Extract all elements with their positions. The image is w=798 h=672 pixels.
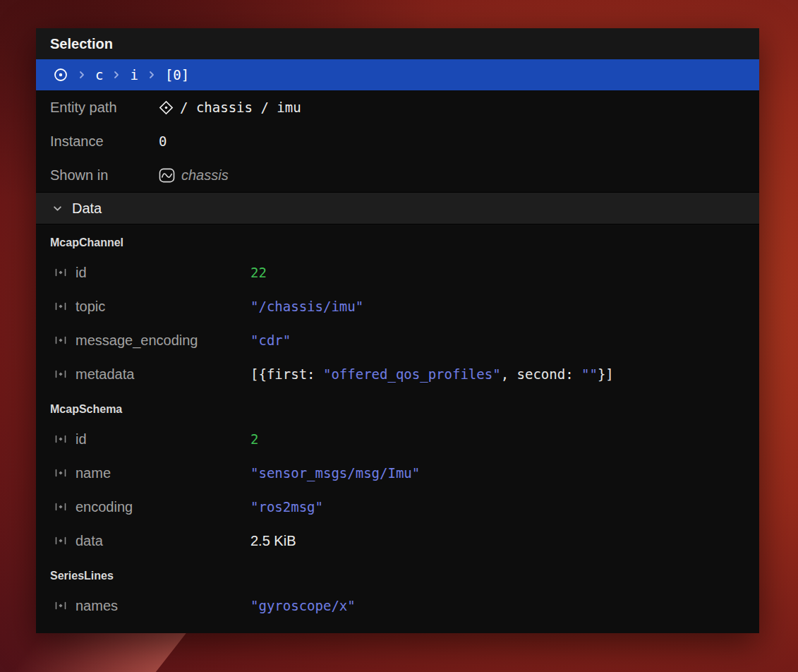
plot-icon xyxy=(159,168,175,183)
component-label: name xyxy=(75,465,250,481)
data-row-topic[interactable]: topic "/chassis/imu" xyxy=(36,289,759,323)
component-icon xyxy=(55,369,68,379)
data-row-id[interactable]: id 22 xyxy=(36,256,759,289)
component-icon xyxy=(55,536,68,546)
data-row-schema-encoding[interactable]: encoding "ros2msg" xyxy=(36,490,759,524)
data-row-schema-id[interactable]: id 2 xyxy=(36,422,759,456)
component-label: topic xyxy=(75,299,250,315)
chevron-right-icon xyxy=(112,71,121,79)
component-icon xyxy=(55,502,68,512)
component-value: [{first: "offered_qos_profiles", second:… xyxy=(250,366,614,382)
component-label: id xyxy=(75,431,250,448)
entity-path-row: Entity path / chassis / imu xyxy=(36,90,759,124)
instance-value: 0 xyxy=(159,133,167,149)
breadcrumb: c i [0] xyxy=(36,59,759,90)
value-fragment: "offered_qos_profiles" xyxy=(323,366,501,382)
component-value: "cdr" xyxy=(250,332,291,348)
value-fragment: , second: xyxy=(501,366,581,382)
instance-label: Instance xyxy=(50,133,159,150)
component-label: id xyxy=(75,265,250,281)
value-fragment: [{first: xyxy=(250,366,323,382)
data-body: McapChannel id 22 topic "/chassis/imu" m… xyxy=(36,224,759,633)
instance-row: Instance 0 xyxy=(36,124,759,158)
component-label: data xyxy=(75,533,250,549)
chevron-down-icon xyxy=(53,204,62,213)
chevron-right-icon xyxy=(147,71,156,79)
chevron-right-icon xyxy=(78,71,86,79)
breadcrumb-item[interactable]: i xyxy=(130,67,138,83)
shown-in-label: Shown in xyxy=(50,167,159,184)
component-label: metadata xyxy=(75,366,250,383)
data-row-metadata[interactable]: metadata [{first: "offered_qos_profiles"… xyxy=(36,357,759,391)
component-value: 2.5 KiB xyxy=(250,533,296,549)
component-icon xyxy=(55,268,68,277)
data-section-header[interactable]: Data xyxy=(36,192,759,224)
data-row-schema-name[interactable]: name "sensor_msgs/msg/Imu" xyxy=(36,456,759,490)
group-header-mcapchannel: McapChannel xyxy=(36,224,759,256)
breadcrumb-item[interactable]: c xyxy=(95,67,103,83)
component-value: "gyroscope/x" xyxy=(250,598,356,613)
breadcrumb-item-instance[interactable]: [0] xyxy=(165,67,189,83)
component-label: encoding xyxy=(75,499,250,515)
group-header-mcapschema: McapSchema xyxy=(36,391,759,422)
component-icon xyxy=(55,468,68,478)
component-value: 22 xyxy=(250,265,267,280)
data-row-names[interactable]: names "gyroscope/x" xyxy=(36,589,759,623)
panel-title-bar: Selection xyxy=(36,28,759,59)
component-value: 2 xyxy=(250,431,258,447)
shown-in-value[interactable]: chassis xyxy=(181,167,229,184)
component-label: names xyxy=(75,598,250,614)
data-row-schema-data[interactable]: data 2.5 KiB xyxy=(36,524,759,558)
component-icon xyxy=(55,335,68,345)
value-fragment: }] xyxy=(598,366,614,382)
data-row-message-encoding[interactable]: message_encoding "cdr" xyxy=(36,323,759,357)
entity-path-value[interactable]: / chassis / imu xyxy=(180,100,301,115)
entity-icon xyxy=(159,100,174,115)
target-icon[interactable] xyxy=(53,67,68,83)
component-icon xyxy=(55,434,68,444)
component-value: "sensor_msgs/msg/Imu" xyxy=(250,465,420,481)
group-header-serieslines: SeriesLines xyxy=(36,558,759,589)
component-value: "ros2msg" xyxy=(250,499,323,515)
selection-panel: Selection c i [0] Entity path / chassis … xyxy=(36,28,759,633)
value-fragment: "" xyxy=(581,366,598,382)
shown-in-row: Shown in chassis xyxy=(36,158,759,192)
data-section-title: Data xyxy=(72,200,102,217)
component-value: "/chassis/imu" xyxy=(250,299,363,314)
entity-path-label: Entity path xyxy=(50,100,159,116)
component-icon xyxy=(55,301,68,311)
component-icon xyxy=(55,601,68,611)
component-label: message_encoding xyxy=(75,332,250,349)
panel-title: Selection xyxy=(50,36,113,52)
